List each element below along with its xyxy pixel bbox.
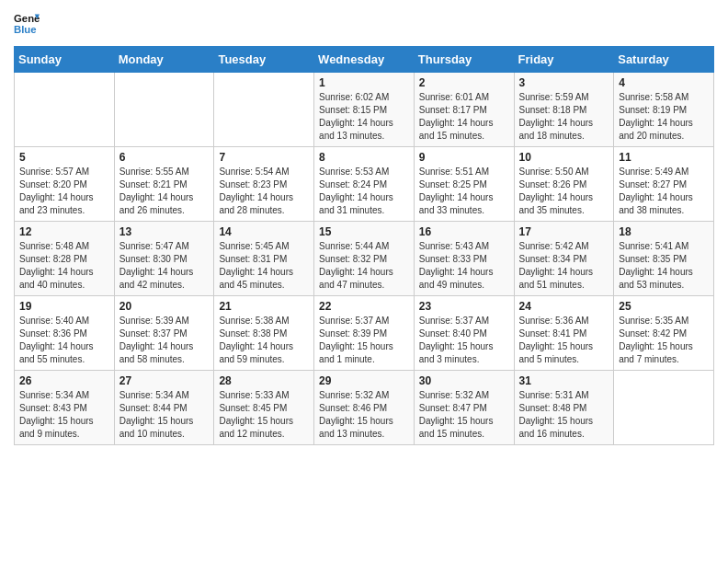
day-info: Sunrise: 6:01 AM Sunset: 8:17 PM Dayligh… xyxy=(419,91,509,143)
day-number: 11 xyxy=(619,151,709,164)
day-number: 3 xyxy=(519,76,609,89)
calendar-cell: 13Sunrise: 5:47 AM Sunset: 8:30 PM Dayli… xyxy=(114,222,214,296)
calendar-cell: 20Sunrise: 5:39 AM Sunset: 8:37 PM Dayli… xyxy=(114,296,214,371)
calendar-cell: 10Sunrise: 5:50 AM Sunset: 8:26 PM Dayli… xyxy=(514,147,614,222)
day-number: 28 xyxy=(219,374,309,387)
day-info: Sunrise: 5:37 AM Sunset: 8:40 PM Dayligh… xyxy=(419,315,509,366)
day-info: Sunrise: 5:53 AM Sunset: 8:24 PM Dayligh… xyxy=(319,166,409,217)
day-info: Sunrise: 5:55 AM Sunset: 8:21 PM Dayligh… xyxy=(119,166,210,217)
calendar-cell xyxy=(214,73,314,147)
day-number: 4 xyxy=(619,76,709,89)
calendar-cell: 24Sunrise: 5:36 AM Sunset: 8:41 PM Dayli… xyxy=(514,296,614,371)
day-info: Sunrise: 5:39 AM Sunset: 8:37 PM Dayligh… xyxy=(119,315,210,366)
day-number: 8 xyxy=(319,151,409,164)
calendar-cell: 3Sunrise: 5:59 AM Sunset: 8:18 PM Daylig… xyxy=(514,73,614,147)
day-number: 15 xyxy=(319,225,409,238)
day-info: Sunrise: 5:40 AM Sunset: 8:36 PM Dayligh… xyxy=(19,315,109,366)
day-number: 26 xyxy=(19,374,109,387)
calendar-cell: 21Sunrise: 5:38 AM Sunset: 8:38 PM Dayli… xyxy=(214,296,314,371)
calendar-cell xyxy=(614,371,714,445)
column-header-monday: Monday xyxy=(114,47,214,73)
day-number: 7 xyxy=(219,151,309,164)
day-number: 13 xyxy=(119,225,210,238)
day-number: 17 xyxy=(519,225,609,238)
day-info: Sunrise: 5:58 AM Sunset: 8:19 PM Dayligh… xyxy=(619,91,709,143)
day-number: 18 xyxy=(619,225,709,238)
calendar-cell: 8Sunrise: 5:53 AM Sunset: 8:24 PM Daylig… xyxy=(314,147,415,222)
day-info: Sunrise: 5:48 AM Sunset: 8:28 PM Dayligh… xyxy=(19,240,109,292)
calendar-cell: 22Sunrise: 5:37 AM Sunset: 8:39 PM Dayli… xyxy=(314,296,415,371)
day-info: Sunrise: 5:31 AM Sunset: 8:48 PM Dayligh… xyxy=(519,389,609,441)
calendar-table: SundayMondayTuesdayWednesdayThursdayFrid… xyxy=(14,46,714,445)
day-number: 5 xyxy=(19,151,109,164)
svg-text:Blue: Blue xyxy=(14,24,37,35)
calendar-cell: 4Sunrise: 5:58 AM Sunset: 8:19 PM Daylig… xyxy=(614,73,714,147)
calendar-cell: 15Sunrise: 5:44 AM Sunset: 8:32 PM Dayli… xyxy=(314,222,415,296)
day-number: 25 xyxy=(619,300,709,313)
calendar-cell: 16Sunrise: 5:43 AM Sunset: 8:33 PM Dayli… xyxy=(414,222,514,296)
day-number: 20 xyxy=(119,300,210,313)
day-number: 12 xyxy=(19,225,109,238)
column-header-saturday: Saturday xyxy=(614,47,714,73)
day-info: Sunrise: 6:02 AM Sunset: 8:15 PM Dayligh… xyxy=(319,91,409,143)
calendar-cell xyxy=(114,73,214,147)
column-header-tuesday: Tuesday xyxy=(214,47,314,73)
day-info: Sunrise: 5:41 AM Sunset: 8:35 PM Dayligh… xyxy=(619,240,709,292)
calendar-cell: 19Sunrise: 5:40 AM Sunset: 8:36 PM Dayli… xyxy=(15,296,115,371)
day-number: 6 xyxy=(119,151,210,164)
column-header-friday: Friday xyxy=(514,47,614,73)
day-info: Sunrise: 5:45 AM Sunset: 8:31 PM Dayligh… xyxy=(219,240,309,292)
day-number: 2 xyxy=(419,76,509,89)
day-info: Sunrise: 5:34 AM Sunset: 8:43 PM Dayligh… xyxy=(19,389,109,441)
day-info: Sunrise: 5:44 AM Sunset: 8:32 PM Dayligh… xyxy=(319,240,409,292)
calendar-cell: 28Sunrise: 5:33 AM Sunset: 8:45 PM Dayli… xyxy=(214,371,314,445)
calendar-cell: 5Sunrise: 5:57 AM Sunset: 8:20 PM Daylig… xyxy=(15,147,115,222)
day-info: Sunrise: 5:37 AM Sunset: 8:39 PM Dayligh… xyxy=(319,315,409,366)
calendar-cell: 17Sunrise: 5:42 AM Sunset: 8:34 PM Dayli… xyxy=(514,222,614,296)
column-header-thursday: Thursday xyxy=(414,47,514,73)
calendar-cell: 23Sunrise: 5:37 AM Sunset: 8:40 PM Dayli… xyxy=(414,296,514,371)
day-number: 24 xyxy=(519,300,609,313)
day-number: 19 xyxy=(19,300,109,313)
logo: General Blue xyxy=(14,13,43,39)
day-info: Sunrise: 5:51 AM Sunset: 8:25 PM Dayligh… xyxy=(419,166,509,217)
day-info: Sunrise: 5:32 AM Sunset: 8:46 PM Dayligh… xyxy=(319,389,409,441)
day-info: Sunrise: 5:38 AM Sunset: 8:38 PM Dayligh… xyxy=(219,315,309,366)
calendar-cell: 11Sunrise: 5:49 AM Sunset: 8:27 PM Dayli… xyxy=(614,147,714,222)
day-number: 22 xyxy=(319,300,409,313)
day-info: Sunrise: 5:34 AM Sunset: 8:44 PM Dayligh… xyxy=(119,389,210,441)
day-number: 21 xyxy=(219,300,309,313)
column-header-wednesday: Wednesday xyxy=(314,47,415,73)
page-header: General Blue xyxy=(14,9,714,39)
day-info: Sunrise: 5:59 AM Sunset: 8:18 PM Dayligh… xyxy=(519,91,609,143)
day-number: 30 xyxy=(419,374,509,387)
day-info: Sunrise: 5:50 AM Sunset: 8:26 PM Dayligh… xyxy=(519,166,609,217)
day-number: 27 xyxy=(119,374,210,387)
calendar-cell: 31Sunrise: 5:31 AM Sunset: 8:48 PM Dayli… xyxy=(514,371,614,445)
calendar-cell: 27Sunrise: 5:34 AM Sunset: 8:44 PM Dayli… xyxy=(114,371,214,445)
day-number: 10 xyxy=(519,151,609,164)
calendar-cell: 9Sunrise: 5:51 AM Sunset: 8:25 PM Daylig… xyxy=(414,147,514,222)
calendar-cell: 6Sunrise: 5:55 AM Sunset: 8:21 PM Daylig… xyxy=(114,147,214,222)
calendar-cell: 12Sunrise: 5:48 AM Sunset: 8:28 PM Dayli… xyxy=(15,222,115,296)
calendar-cell xyxy=(15,73,115,147)
calendar-cell: 26Sunrise: 5:34 AM Sunset: 8:43 PM Dayli… xyxy=(15,371,115,445)
day-info: Sunrise: 5:54 AM Sunset: 8:23 PM Dayligh… xyxy=(219,166,309,217)
day-info: Sunrise: 5:33 AM Sunset: 8:45 PM Dayligh… xyxy=(219,389,309,441)
day-number: 1 xyxy=(319,76,409,89)
day-info: Sunrise: 5:32 AM Sunset: 8:47 PM Dayligh… xyxy=(419,389,509,441)
calendar-cell: 2Sunrise: 6:01 AM Sunset: 8:17 PM Daylig… xyxy=(414,73,514,147)
logo-icon: General Blue xyxy=(14,11,40,37)
day-number: 29 xyxy=(319,374,409,387)
day-info: Sunrise: 5:42 AM Sunset: 8:34 PM Dayligh… xyxy=(519,240,609,292)
column-header-sunday: Sunday xyxy=(15,47,115,73)
day-number: 9 xyxy=(419,151,509,164)
day-info: Sunrise: 5:43 AM Sunset: 8:33 PM Dayligh… xyxy=(419,240,509,292)
calendar-cell: 25Sunrise: 5:35 AM Sunset: 8:42 PM Dayli… xyxy=(614,296,714,371)
day-number: 23 xyxy=(419,300,509,313)
day-info: Sunrise: 5:35 AM Sunset: 8:42 PM Dayligh… xyxy=(619,315,709,366)
calendar-cell: 14Sunrise: 5:45 AM Sunset: 8:31 PM Dayli… xyxy=(214,222,314,296)
calendar-cell: 1Sunrise: 6:02 AM Sunset: 8:15 PM Daylig… xyxy=(314,73,415,147)
day-info: Sunrise: 5:36 AM Sunset: 8:41 PM Dayligh… xyxy=(519,315,609,366)
calendar-cell: 29Sunrise: 5:32 AM Sunset: 8:46 PM Dayli… xyxy=(314,371,415,445)
